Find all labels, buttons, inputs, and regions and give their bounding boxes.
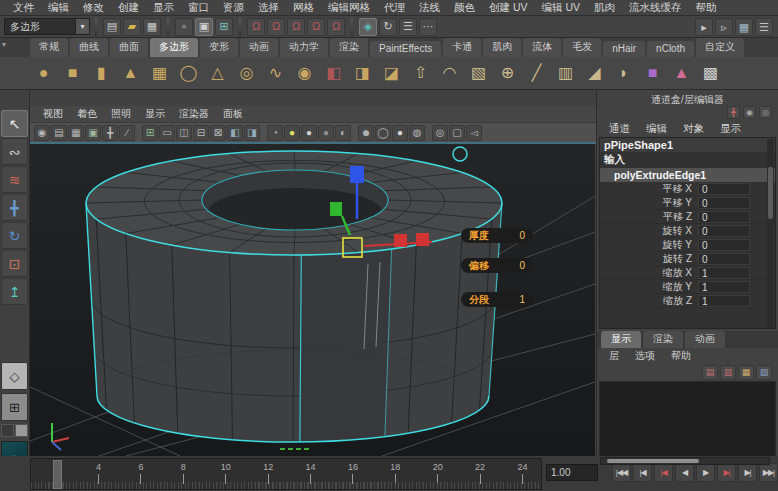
insert-edge-loop-icon[interactable]: ▥ — [552, 60, 579, 87]
channel-box-menu[interactable]: 显示 — [712, 122, 749, 136]
horizontal-scrollbar[interactable] — [600, 457, 770, 465]
shelf-tab-arrow-icon[interactable]: ▾ — [2, 40, 6, 49]
save-scene-icon[interactable]: ▦ — [143, 18, 161, 36]
safe-action-icon[interactable]: ◧ — [227, 125, 243, 141]
film-gate-icon[interactable]: ▭ — [159, 125, 175, 141]
single-pane-layout-button[interactable]: ◇ — [1, 362, 28, 390]
menubar-item[interactable]: 颜色 — [447, 1, 482, 15]
channel-scrollbar[interactable] — [767, 139, 774, 329]
menubar-item[interactable]: 帮助 — [689, 1, 724, 15]
scrollbar-thumb[interactable] — [768, 167, 773, 219]
paint-select-tool[interactable]: ≋ — [1, 166, 28, 193]
step-back-key-button[interactable]: |◀ — [654, 463, 673, 482]
menubar-item[interactable]: 创建 — [111, 1, 146, 15]
lasso-select-tool[interactable]: ∾ — [1, 138, 28, 165]
channel-attribute-row[interactable]: 平移 X 0 — [600, 182, 775, 196]
move-tool[interactable]: ╋ — [1, 194, 28, 221]
menubar-item[interactable]: 显示 — [146, 1, 181, 15]
select-tool[interactable]: ↖ — [1, 110, 28, 137]
channel-attribute-row[interactable]: 旋转 X 0 — [600, 224, 775, 238]
current-tool-extrude[interactable]: ↥ — [1, 278, 28, 305]
panel-menu-item[interactable]: 着色 — [70, 107, 104, 121]
split-edge-icon[interactable]: ╱ — [523, 60, 550, 87]
menubar-item[interactable]: 修改 — [76, 1, 111, 15]
new-empty-layer-icon[interactable]: ▦ — [738, 365, 754, 380]
playback-speed-field[interactable]: 1.00 — [546, 464, 598, 481]
channel-box-menu[interactable]: 对象 — [675, 122, 712, 136]
extrude-icon[interactable]: ⇧ — [407, 60, 434, 87]
smooth-icon[interactable]: ◗ — [610, 60, 637, 87]
more-options-icon[interactable]: ⋯ — [419, 18, 437, 36]
shelf-tab[interactable]: 毛发 — [563, 38, 601, 57]
snap-grid-icon[interactable]: Ω — [247, 18, 265, 36]
four-pane-layout-button[interactable]: ⊞ — [1, 393, 28, 421]
smooth-shading-icon[interactable]: ● — [392, 125, 408, 141]
select-component-icon[interactable]: ⊞ — [215, 18, 233, 36]
menubar-item[interactable]: 流水线缓存 — [622, 1, 689, 15]
make-live-icon[interactable]: ◈ — [359, 18, 377, 36]
poly-plane-icon[interactable]: ▦ — [146, 60, 173, 87]
poly-soccerball-icon[interactable]: ◉ — [291, 60, 318, 87]
channel-attribute-row[interactable]: 缩放 Z 1 — [600, 294, 775, 308]
shelf-tab[interactable]: 动画 — [240, 38, 278, 57]
shelf-tab[interactable]: 卡通 — [443, 38, 481, 57]
hypershade-icon[interactable]: ▦ — [735, 18, 753, 36]
hud-offset-field[interactable]: 偏移 0 — [461, 258, 533, 273]
shelf-tab[interactable]: 曲线 — [70, 38, 108, 57]
shelf-tab[interactable]: 曲面 — [110, 38, 148, 57]
panel-menu-item[interactable]: 渲染器 — [172, 107, 216, 121]
bookmarks-icon[interactable]: ▦ — [68, 125, 84, 141]
channel-attribute-row[interactable]: 缩放 X 1 — [600, 266, 775, 280]
layer-editor-tab[interactable]: 渲染 — [643, 331, 683, 348]
layer-editor-tab[interactable]: 显示 — [601, 331, 641, 348]
play-backwards-button[interactable]: ◀ — [675, 463, 694, 482]
camera-select-icon[interactable]: ◉ — [34, 125, 50, 141]
poly-sphere-icon[interactable]: ● — [30, 60, 57, 87]
current-time-marker[interactable] — [53, 460, 62, 489]
layer-editor-menu[interactable]: 帮助 — [663, 349, 699, 363]
append-polygon-icon[interactable]: ▧ — [465, 60, 492, 87]
step-forward-key-button[interactable]: ▶| — [717, 463, 736, 482]
menubar-item[interactable]: 编辑网格 — [321, 1, 377, 15]
channel-attribute-row[interactable]: 平移 Z 0 — [600, 210, 775, 224]
panel-menu-item[interactable]: 面板 — [216, 107, 250, 121]
boolean-icon[interactable]: ◪ — [378, 60, 405, 87]
layer-editor-tab[interactable]: 动画 — [685, 331, 725, 348]
safe-title-icon[interactable]: ◨ — [244, 125, 260, 141]
render-settings-icon[interactable]: ☰ — [755, 18, 773, 36]
shadows-icon[interactable]: ◐ — [335, 125, 351, 141]
poly-cone-icon[interactable]: ▲ — [117, 60, 144, 87]
bevel-icon[interactable]: ◢ — [581, 60, 608, 87]
shelf-tab[interactable]: 动力学 — [280, 38, 328, 57]
menubar-item[interactable]: 网格 — [286, 1, 321, 15]
merge-vertex-icon[interactable]: ⊕ — [494, 60, 521, 87]
rotate-tool[interactable]: ↻ — [1, 222, 28, 249]
panel-split-icon[interactable]: ◅ — [466, 125, 482, 141]
camera-view-icon[interactable]: ▢ — [449, 125, 465, 141]
menubar-item[interactable]: 肌肉 — [587, 1, 622, 15]
resolution-gate-icon[interactable]: ◫ — [176, 125, 192, 141]
new-layer-from-selected-icon[interactable]: ▧ — [756, 365, 772, 380]
grease-pencil-icon[interactable]: ∕ — [119, 125, 135, 141]
menubar-item[interactable]: 编辑 — [41, 1, 76, 15]
poly-torus-icon[interactable]: ◯ — [175, 60, 202, 87]
shelf-tab[interactable]: nCloth — [647, 41, 694, 57]
shelf-tab[interactable]: nHair — [603, 41, 645, 57]
snap-projected-center-icon[interactable]: Ω — [307, 18, 325, 36]
hud-divisions-field[interactable]: 分段 1 — [461, 292, 533, 307]
poly-cylinder-icon[interactable]: ▮ — [88, 60, 115, 87]
layer-edit-icon[interactable]: ▤ — [702, 365, 718, 380]
menu-set-dropdown[interactable]: 多边形 ▾ — [4, 18, 90, 35]
channel-box-menu[interactable]: 通道 — [601, 122, 638, 136]
camera-attributes-icon[interactable]: ▤ — [51, 125, 67, 141]
scrollbar-thumb[interactable] — [607, 459, 699, 463]
poly-pipe-icon[interactable]: ◎ — [233, 60, 260, 87]
menubar-item[interactable]: 选择 — [251, 1, 286, 15]
poly-cube-icon[interactable]: ■ — [59, 60, 86, 87]
channel-manip-icon[interactable]: ╋ — [727, 106, 740, 119]
grid-toggle-icon[interactable]: ⊞ — [142, 125, 158, 141]
menubar-item[interactable]: 窗口 — [181, 1, 216, 15]
go-to-end-button[interactable]: ▶▶| — [759, 463, 778, 482]
snap-point-icon[interactable]: Ω — [287, 18, 305, 36]
go-to-start-button[interactable]: |◀◀ — [612, 463, 631, 482]
